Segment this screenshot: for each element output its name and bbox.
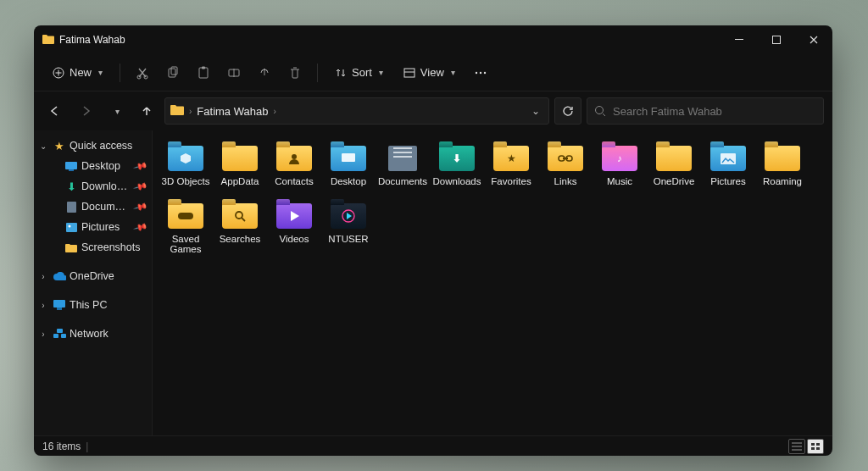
share-button[interactable] bbox=[251, 60, 278, 86]
icons-view-button[interactable] bbox=[807, 439, 824, 454]
maximize-button[interactable] bbox=[758, 25, 795, 54]
close-button[interactable] bbox=[795, 25, 832, 54]
svg-point-25 bbox=[292, 154, 297, 159]
item-label: Favorites bbox=[491, 176, 531, 186]
new-button[interactable]: New ▾ bbox=[44, 60, 111, 86]
folder-onedrive[interactable]: OneDrive bbox=[648, 142, 700, 188]
folder-icon bbox=[42, 32, 54, 47]
sidebar-item-onedrive[interactable]: › OneDrive bbox=[34, 266, 152, 286]
refresh-button[interactable] bbox=[554, 97, 581, 125]
breadcrumb[interactable]: Fatima Wahab bbox=[197, 105, 268, 118]
svg-rect-15 bbox=[65, 162, 77, 169]
sidebar-item-this-pc[interactable]: › This PC bbox=[34, 295, 152, 315]
sidebar-item-quick-access[interactable]: ⌄ ★ Quick access bbox=[34, 136, 152, 156]
svg-rect-16 bbox=[69, 169, 74, 171]
details-view-button[interactable] bbox=[788, 439, 805, 454]
play-icon bbox=[276, 203, 312, 229]
folder-icon bbox=[170, 104, 184, 118]
search-input[interactable] bbox=[613, 105, 816, 118]
chevron-right-icon[interactable]: › bbox=[37, 272, 49, 281]
folder-searches[interactable]: Searches bbox=[214, 200, 266, 256]
sidebar-item-screenshots[interactable]: Screenshots bbox=[34, 237, 152, 258]
svg-rect-37 bbox=[816, 447, 820, 450]
navigation-pane: ⌄ ★ Quick access Desktop 📌 ⬇ Downloads 📌… bbox=[34, 130, 153, 435]
toolbar: New ▾ Sort ▾ View ▾ bbox=[34, 54, 832, 91]
view-button[interactable]: View ▾ bbox=[395, 60, 464, 86]
copy-button[interactable] bbox=[159, 60, 186, 86]
chevron-right-icon: › bbox=[273, 107, 275, 116]
item-label: Contacts bbox=[275, 176, 313, 186]
folder-appdata[interactable]: AppData bbox=[214, 142, 266, 188]
search-icon bbox=[594, 105, 606, 117]
folder-desktop[interactable]: Desktop bbox=[322, 142, 375, 188]
pictures-icon bbox=[64, 223, 78, 232]
svg-rect-5 bbox=[169, 69, 175, 77]
back-button[interactable] bbox=[42, 98, 68, 124]
file-list[interactable]: 3D Objects AppData Contacts Desktop Docu bbox=[153, 130, 832, 435]
sort-icon bbox=[335, 67, 347, 79]
item-label: 3D Objects bbox=[162, 176, 210, 186]
folder-music[interactable]: ♪ Music bbox=[593, 142, 646, 188]
more-button[interactable] bbox=[467, 60, 494, 86]
folder-saved-games[interactable]: Saved Games bbox=[159, 200, 212, 256]
search-box[interactable] bbox=[587, 97, 824, 125]
svg-rect-18 bbox=[66, 223, 77, 232]
document-icon bbox=[388, 146, 417, 171]
sidebar-item-documents[interactable]: Documents 📌 bbox=[34, 197, 152, 217]
up-button[interactable] bbox=[134, 98, 159, 124]
chevron-right-icon[interactable]: › bbox=[37, 301, 49, 310]
folder-3d-objects[interactable]: 3D Objects bbox=[159, 142, 212, 188]
item-label: Desktop bbox=[331, 176, 366, 186]
item-label: Saved Games bbox=[159, 234, 212, 254]
more-icon bbox=[474, 66, 487, 80]
chevron-down-icon[interactable]: ⌄ bbox=[37, 141, 49, 151]
folder-contacts[interactable]: Contacts bbox=[268, 142, 320, 188]
address-bar[interactable]: › Fatima Wahab › ⌄ bbox=[164, 97, 549, 125]
view-icon bbox=[403, 67, 415, 79]
item-label: Links bbox=[554, 176, 577, 186]
item-label: AppData bbox=[221, 176, 259, 186]
rename-icon bbox=[227, 66, 241, 80]
plus-circle-icon bbox=[53, 67, 64, 79]
paste-button[interactable] bbox=[190, 60, 217, 86]
recent-dropdown[interactable]: ▾ bbox=[103, 98, 129, 124]
sidebar-item-downloads[interactable]: ⬇ Downloads 📌 bbox=[34, 176, 152, 197]
svg-point-32 bbox=[236, 212, 242, 219]
this-pc-icon bbox=[53, 300, 66, 310]
folder-favorites[interactable]: ★ Favorites bbox=[485, 142, 537, 188]
folder-links[interactable]: Links bbox=[539, 142, 592, 188]
item-label: NTUSER bbox=[328, 234, 368, 244]
cut-button[interactable] bbox=[129, 60, 156, 86]
svg-rect-6 bbox=[171, 67, 177, 75]
folder-downloads[interactable]: ⬇ Downloads bbox=[431, 142, 483, 188]
sidebar-item-network[interactable]: › Network bbox=[34, 324, 152, 344]
svg-point-19 bbox=[68, 224, 70, 227]
minimize-button[interactable] bbox=[721, 25, 758, 54]
address-history-dropdown[interactable]: ⌄ bbox=[528, 105, 543, 117]
gamepad-icon bbox=[168, 203, 203, 229]
sidebar-item-desktop[interactable]: Desktop 📌 bbox=[34, 156, 152, 176]
folder-videos[interactable]: Videos bbox=[268, 200, 320, 256]
play-circle-icon bbox=[331, 203, 366, 229]
item-label: Documents bbox=[378, 176, 427, 186]
chevron-down-icon: ▾ bbox=[451, 68, 455, 77]
pin-icon: 📌 bbox=[133, 219, 149, 235]
chevron-right-icon[interactable]: › bbox=[37, 330, 49, 339]
forward-button[interactable] bbox=[73, 98, 98, 124]
folder-roaming[interactable]: Roaming bbox=[756, 142, 809, 188]
sidebar-item-pictures[interactable]: Pictures 📌 bbox=[34, 217, 152, 237]
sort-button-label: Sort bbox=[352, 66, 372, 79]
network-icon bbox=[53, 329, 66, 339]
folder-pictures[interactable]: Pictures bbox=[702, 142, 754, 188]
folder-documents[interactable]: Documents bbox=[376, 142, 429, 188]
document-icon bbox=[64, 202, 78, 213]
monitor-icon bbox=[331, 146, 366, 171]
file-ntuser[interactable]: NTUSER bbox=[322, 200, 375, 256]
delete-button[interactable] bbox=[281, 60, 309, 86]
rename-button[interactable] bbox=[220, 60, 248, 86]
sort-button[interactable]: Sort ▾ bbox=[326, 60, 392, 86]
onedrive-icon bbox=[53, 272, 66, 280]
pin-icon: 📌 bbox=[133, 158, 149, 174]
svg-rect-34 bbox=[811, 443, 815, 446]
link-icon bbox=[548, 146, 583, 171]
